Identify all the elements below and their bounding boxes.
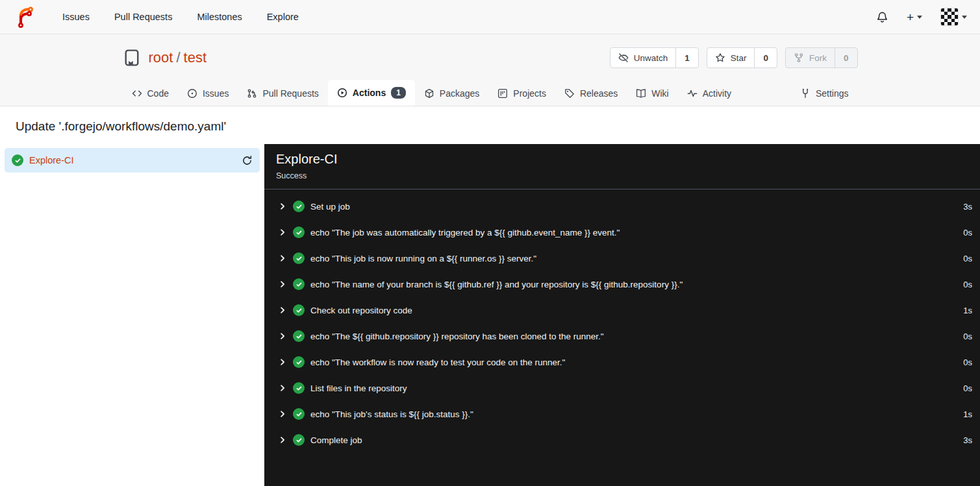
step-duration-label: 1s xyxy=(963,306,972,315)
tab-activity[interactable]: Activity xyxy=(678,81,740,106)
top-navbar: Issues Pull Requests Milestones Explore … xyxy=(0,0,980,34)
step-success-icon xyxy=(293,200,305,212)
play-circle-icon xyxy=(337,88,347,98)
step-success-icon xyxy=(293,226,305,238)
watch-count[interactable]: 1 xyxy=(675,48,698,67)
step-row[interactable]: Check out repository code 1s xyxy=(264,297,980,323)
nav-link-issues[interactable]: Issues xyxy=(62,12,90,22)
tab-projects[interactable]: Projects xyxy=(488,81,555,106)
rerun-refresh-icon[interactable] xyxy=(242,155,253,166)
step-row[interactable]: echo "The name of your branch is ${{ git… xyxy=(264,271,980,297)
navbar-right: + xyxy=(876,8,967,26)
step-name-label: Set up job xyxy=(310,202,350,212)
chevron-right-icon xyxy=(278,254,287,263)
step-row[interactable]: Complete job 3s xyxy=(264,427,980,453)
step-success-icon xyxy=(293,356,305,368)
step-row[interactable]: Set up job 3s xyxy=(264,193,980,219)
step-row[interactable]: echo "The job was automatically triggere… xyxy=(264,219,980,245)
tag-icon xyxy=(564,88,575,99)
tab-wiki[interactable]: Wiki xyxy=(627,81,677,106)
step-row[interactable]: echo "The ${{ github.repository }} repos… xyxy=(264,323,980,349)
book-open-icon xyxy=(636,88,646,99)
repo-book-icon xyxy=(123,49,141,67)
nav-link-pull-requests[interactable]: Pull Requests xyxy=(114,12,172,22)
user-menu[interactable] xyxy=(940,8,967,26)
chevron-right-icon xyxy=(278,358,287,367)
step-duration-label: 3s xyxy=(963,435,972,445)
step-name-label: echo "The name of your branch is ${{ git… xyxy=(310,280,683,289)
code-icon xyxy=(132,88,142,99)
tab-settings[interactable]: Settings xyxy=(791,81,858,106)
tab-issues[interactable]: Issues xyxy=(178,81,238,106)
pulse-icon xyxy=(687,88,697,99)
nav-link-explore[interactable]: Explore xyxy=(267,12,299,22)
step-success-icon xyxy=(293,330,305,342)
repo-owner-link[interactable]: root xyxy=(149,49,173,66)
step-duration-label: 0s xyxy=(963,254,972,263)
step-duration-label: 0s xyxy=(963,228,972,237)
run-commit-title: Update '.forgejo/workflows/demo.yaml' xyxy=(0,106,980,144)
repo-header: root / test Unwatch 1 xyxy=(0,34,980,106)
tab-code[interactable]: Code xyxy=(123,81,178,106)
chevron-down-icon xyxy=(917,16,922,19)
step-name-label: Check out repository code xyxy=(310,306,412,315)
tab-packages[interactable]: Packages xyxy=(415,81,488,106)
tab-pull-requests[interactable]: Pull Requests xyxy=(238,81,327,106)
step-row[interactable]: echo "This job is now running on a ${{ r… xyxy=(264,245,980,271)
tab-actions[interactable]: Actions 1 xyxy=(328,80,415,106)
git-fork-icon xyxy=(794,53,804,63)
run-log-panel: Explore-CI Success Set up job 3s xyxy=(264,144,980,486)
job-list-item-explore-ci[interactable]: Explore-CI xyxy=(5,148,260,173)
star-icon xyxy=(715,53,725,63)
star-button[interactable]: Star xyxy=(707,48,755,67)
chevron-right-icon xyxy=(278,280,287,289)
chevron-right-icon xyxy=(278,306,287,315)
step-duration-label: 0s xyxy=(963,332,972,341)
job-success-icon xyxy=(12,154,23,166)
star-count[interactable]: 0 xyxy=(754,48,777,67)
unwatch-button[interactable]: Unwatch xyxy=(610,48,676,67)
step-row[interactable]: List files in the repository 0s xyxy=(264,375,980,401)
step-success-icon xyxy=(293,252,305,264)
actions-count-badge: 1 xyxy=(391,87,406,99)
chevron-right-icon xyxy=(278,228,287,237)
steps-list: Set up job 3s echo "The job was automati… xyxy=(264,189,980,453)
chevron-down-icon xyxy=(962,16,967,19)
watch-button-group: Unwatch 1 xyxy=(610,47,699,68)
git-pull-request-icon xyxy=(247,88,257,99)
step-success-icon xyxy=(293,408,305,420)
step-success-icon xyxy=(293,434,305,446)
package-icon xyxy=(424,88,434,99)
fork-button-group: Fork 0 xyxy=(785,47,858,68)
step-duration-label: 3s xyxy=(963,202,972,212)
repo-separator: / xyxy=(176,49,180,66)
avatar xyxy=(940,8,959,26)
step-name-label: Complete job xyxy=(310,435,362,445)
step-name-label: List files in the repository xyxy=(310,383,407,393)
create-new-menu[interactable]: + xyxy=(907,11,922,23)
run-job-title: Explore-CI xyxy=(276,152,968,167)
issue-circle-icon xyxy=(187,88,197,99)
chevron-right-icon xyxy=(278,383,287,393)
step-success-icon xyxy=(293,278,305,290)
settings-tools-icon xyxy=(800,88,810,99)
star-button-group: Star 0 xyxy=(707,47,777,68)
nav-link-milestones[interactable]: Milestones xyxy=(197,12,242,22)
run-header: Explore-CI Success xyxy=(264,144,980,189)
repo-title-row: root / test Unwatch 1 xyxy=(123,44,858,71)
step-duration-label: 0s xyxy=(963,358,972,367)
step-name-label: echo "The job was automatically triggere… xyxy=(310,228,620,237)
step-name-label: echo "The workflow is now ready to test … xyxy=(310,358,565,367)
step-success-icon xyxy=(293,382,305,394)
repo-name-link[interactable]: test xyxy=(184,49,207,66)
step-row[interactable]: echo "This job's status is ${{ job.statu… xyxy=(264,401,980,427)
job-name-label: Explore-CI xyxy=(29,155,74,165)
step-success-icon xyxy=(293,304,305,316)
step-row[interactable]: echo "The workflow is now ready to test … xyxy=(264,349,980,375)
tab-releases[interactable]: Releases xyxy=(555,81,627,106)
step-name-label: echo "This job's status is ${{ job.statu… xyxy=(310,409,473,419)
navbar-links: Issues Pull Requests Milestones Explore xyxy=(62,12,299,22)
forgejo-logo-icon[interactable] xyxy=(13,5,36,29)
fork-count: 0 xyxy=(835,48,857,67)
notifications-bell-icon[interactable] xyxy=(876,11,888,23)
